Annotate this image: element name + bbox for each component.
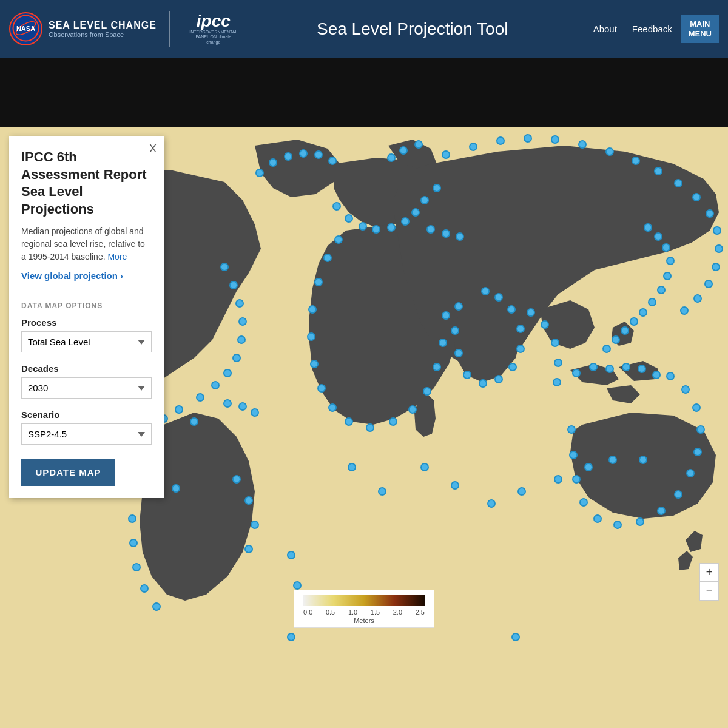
map-dot[interactable] xyxy=(293,581,302,590)
map-dot[interactable] xyxy=(235,299,244,308)
map-dot[interactable] xyxy=(622,363,630,371)
map-dot[interactable] xyxy=(517,487,526,496)
map-dot[interactable] xyxy=(639,308,647,317)
map-dot[interactable] xyxy=(420,196,429,204)
map-dot[interactable] xyxy=(613,521,622,529)
map-dot[interactable] xyxy=(693,448,702,456)
close-button[interactable]: X xyxy=(149,143,157,155)
map-dot[interactable] xyxy=(657,286,666,294)
map-dot[interactable] xyxy=(654,167,662,175)
map-dot[interactable] xyxy=(666,372,675,380)
map-dot[interactable] xyxy=(554,475,562,484)
map-dot[interactable] xyxy=(251,521,259,529)
map-dot[interactable] xyxy=(140,584,149,593)
zoom-in-button[interactable]: + xyxy=(700,564,718,582)
map-dot[interactable] xyxy=(223,399,232,408)
more-link[interactable]: More xyxy=(107,252,127,261)
map-dot[interactable] xyxy=(378,487,386,496)
map-dot[interactable] xyxy=(494,293,503,302)
map-dot[interactable] xyxy=(287,551,295,559)
map-dot[interactable] xyxy=(456,232,464,241)
map-dot[interactable] xyxy=(648,298,656,306)
feedback-link[interactable]: Feedback xyxy=(626,21,678,37)
map-dot[interactable] xyxy=(602,345,611,353)
map-dot[interactable] xyxy=(196,393,204,402)
map-container[interactable]: X IPCC 6th Assessment Report Sea Level P… xyxy=(0,127,728,728)
map-dot[interactable] xyxy=(172,484,180,493)
map-dot[interactable] xyxy=(524,134,532,143)
map-dot[interactable] xyxy=(323,254,332,262)
map-dot[interactable] xyxy=(706,209,714,218)
map-dot[interactable] xyxy=(128,514,136,523)
map-dot[interactable] xyxy=(681,385,690,394)
map-dot[interactable] xyxy=(567,425,576,434)
map-dot[interactable] xyxy=(686,469,695,477)
map-dot[interactable] xyxy=(666,257,675,265)
map-dot[interactable] xyxy=(237,335,246,344)
map-dot[interactable] xyxy=(372,225,380,234)
view-global-link[interactable]: View global projection › xyxy=(21,271,152,281)
map-dot[interactable] xyxy=(211,381,220,389)
map-dot[interactable] xyxy=(426,225,435,234)
scenario-select[interactable]: SSP1-1.9 SSP1-2.6 SSP2-4.5 SSP3-7.0 SSP5… xyxy=(21,423,152,445)
map-dot[interactable] xyxy=(229,281,238,289)
map-dot[interactable] xyxy=(516,325,525,333)
map-dot[interactable] xyxy=(704,280,713,288)
map-dot[interactable] xyxy=(608,456,617,464)
map-dot[interactable] xyxy=(251,408,259,417)
map-dot[interactable] xyxy=(314,278,323,286)
map-dot[interactable] xyxy=(314,150,323,159)
map-dot[interactable] xyxy=(423,387,431,396)
map-dot[interactable] xyxy=(541,320,549,329)
map-dot[interactable] xyxy=(551,339,559,347)
map-dot[interactable] xyxy=(507,305,516,314)
map-dot[interactable] xyxy=(496,136,505,145)
map-dot[interactable] xyxy=(579,498,588,507)
map-dot[interactable] xyxy=(129,539,138,547)
map-dot[interactable] xyxy=(387,153,396,162)
map-dot[interactable] xyxy=(463,371,471,379)
map-dot[interactable] xyxy=(494,375,503,383)
map-dot[interactable] xyxy=(621,326,629,335)
map-dot[interactable] xyxy=(287,633,295,641)
decades-select[interactable]: 2020 2030 2040 2050 2060 2070 2080 2090 … xyxy=(21,377,152,399)
map-dot[interactable] xyxy=(411,208,420,217)
map-dot[interactable] xyxy=(663,272,672,280)
map-dot[interactable] xyxy=(605,365,614,373)
map-dot[interactable] xyxy=(132,563,141,571)
map-dot[interactable] xyxy=(578,140,587,149)
map-dot[interactable] xyxy=(636,517,644,526)
map-dot[interactable] xyxy=(589,363,598,371)
map-dot[interactable] xyxy=(479,379,487,388)
map-dot[interactable] xyxy=(332,202,341,211)
map-dot[interactable] xyxy=(451,326,459,335)
map-dot[interactable] xyxy=(399,146,408,155)
map-dot[interactable] xyxy=(639,456,647,464)
map-dot[interactable] xyxy=(433,184,441,192)
map-dot[interactable] xyxy=(715,244,723,253)
map-dot[interactable] xyxy=(408,405,417,414)
map-dot[interactable] xyxy=(328,403,337,412)
map-dot[interactable] xyxy=(420,463,429,471)
update-map-button[interactable]: UPDATE MAP xyxy=(21,459,115,486)
map-dot[interactable] xyxy=(401,217,410,226)
map-dot[interactable] xyxy=(692,403,701,412)
map-dot[interactable] xyxy=(439,339,447,347)
map-dot[interactable] xyxy=(220,263,229,271)
map-dot[interactable] xyxy=(317,384,326,393)
map-dot[interactable] xyxy=(442,229,450,238)
map-dot[interactable] xyxy=(696,425,705,434)
map-dot[interactable] xyxy=(487,499,496,508)
map-dot[interactable] xyxy=(414,140,423,149)
map-dot[interactable] xyxy=(328,157,337,165)
map-dot[interactable] xyxy=(348,463,356,471)
map-dot[interactable] xyxy=(554,359,562,367)
map-dot[interactable] xyxy=(712,263,720,271)
map-dot[interactable] xyxy=(569,451,578,459)
map-dot[interactable] xyxy=(152,602,161,611)
map-dot[interactable] xyxy=(630,317,638,326)
map-dot[interactable] xyxy=(284,152,292,161)
map-dot[interactable] xyxy=(345,417,353,426)
map-dot[interactable] xyxy=(692,193,701,201)
map-dot[interactable] xyxy=(553,378,561,386)
